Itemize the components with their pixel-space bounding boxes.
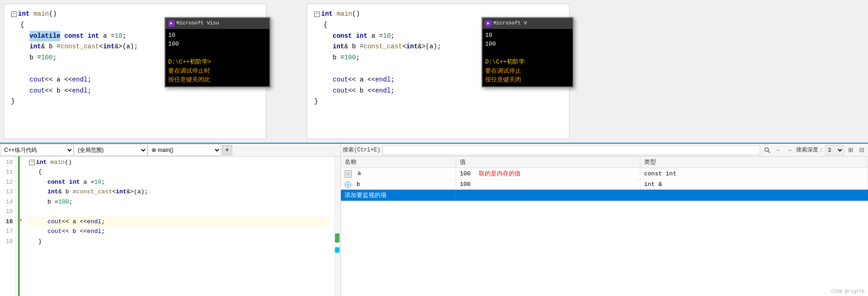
console-title-right: Microsoft V — [493, 19, 527, 28]
code-ln-10: − int main() — [29, 157, 330, 167]
ln-18: 18 — [0, 237, 13, 246]
console-titlebar-left: ▶ Microsoft Visu — [165, 18, 270, 29]
right-console-line-5: 要在调试停止 — [485, 67, 570, 76]
line-numbers: 10 11 12 13 14 15 16 17 18 — [0, 157, 16, 296]
ln-11: 11 — [0, 167, 13, 177]
watch-cell-add-type — [640, 194, 868, 197]
ln-15: 15 — [0, 207, 13, 216]
code-ln-17: cout << b << endl ; — [29, 226, 330, 236]
search-input[interactable] — [382, 145, 760, 155]
depth-select[interactable]: 3 — [826, 145, 844, 155]
right-line-9: } — [314, 96, 562, 107]
right-code-panel: − int main() { const int a = 10 ; int& b… — [307, 4, 569, 139]
search-icon-button[interactable] — [762, 145, 772, 155]
pin-icon: ⊞ — [848, 146, 853, 153]
console-line-3 — [168, 49, 267, 58]
editor-toolbar: C++练习代码 (全局范围) ⊕ main() + — [0, 144, 340, 157]
code-area[interactable]: − int main() { const int a = 10 ; int& b — [25, 157, 334, 296]
code-ln-12: const int a = 10 ; — [29, 177, 330, 187]
bottom-section: C++练习代码 (全局范围) ⊕ main() + 10 11 12 13 14… — [0, 143, 868, 296]
watch-cell-add: 添加要监视的项 — [341, 190, 456, 201]
console-line-4: D:\C++初阶学> — [168, 58, 267, 67]
watch-cell-name-b: ◇ b — [341, 180, 456, 189]
watermark: CSDN @rygttm — [831, 289, 864, 294]
watch-row-b[interactable]: ◇ b 100 int & — [341, 180, 868, 190]
ln-16: 16 — [0, 217, 13, 226]
watch-row-add[interactable]: 添加要监视的项 — [341, 190, 868, 201]
ln-13: 13 — [0, 187, 13, 197]
collapse-icon-left[interactable]: − — [11, 12, 17, 17]
code-ln-13: int& b = const_cast<int&>(a); — [29, 187, 330, 197]
editor-scrollbar-thumb2[interactable] — [335, 247, 340, 253]
svg-line-1 — [768, 151, 770, 153]
watch-cell-type-a: const int — [640, 169, 868, 179]
console-line-2: 100 — [168, 40, 267, 49]
col-header-value: 值 — [456, 157, 640, 168]
right-console-line-2: 100 — [485, 40, 570, 49]
console-line-1: 10 — [168, 31, 267, 40]
annotation-a: 取的是内存的值 — [479, 170, 521, 177]
console-body-left: 10 100 D:\C++初阶学> 要在调试停止时 按任意键关闭此 — [165, 29, 270, 87]
console-popup-left: ▶ Microsoft Visu 10 100 D:\C++初阶学> 要在调试停… — [164, 17, 270, 87]
plus-button[interactable]: + — [222, 145, 232, 155]
watch-cell-type-b: int & — [640, 180, 868, 189]
var-icon-a: □ — [345, 170, 352, 178]
scope-dropdown[interactable]: (全局范围) — [74, 144, 147, 156]
watch-header: 名称 值 类型 — [341, 157, 868, 168]
ms-icon-right: ▶ — [485, 20, 492, 27]
svg-point-0 — [765, 148, 768, 151]
code-ln-18: } — [29, 237, 330, 246]
code-gutter: ➤ — [16, 157, 25, 296]
debug-panel: 搜索(Ctrl+E) ← → 搜索深度： 3 ⊞ ⊟ — [341, 144, 868, 296]
console-popup-right: ▶ Microsoft V 10 100 D:\C++初阶学 要在调试停止 按任… — [481, 17, 574, 87]
watch-cell-name-a: □ a — [341, 168, 456, 179]
depth-label: 搜索深度： — [796, 146, 824, 154]
file-dropdown[interactable]: C++练习代码 — [0, 144, 74, 156]
left-code-panel: − int main() { volatile const int a = 10… — [4, 4, 266, 139]
watch-cell-value-a: 100 取的是内存的值 — [456, 168, 640, 179]
top-section: − int main() { volatile const int a = 10… — [0, 0, 868, 143]
line-9: } — [11, 96, 259, 107]
debug-arrow: ➤ — [16, 216, 25, 226]
ln-14: 14 — [0, 197, 13, 207]
watch-row-a[interactable]: □ a 100 取的是内存的值 const int — [341, 168, 868, 180]
console-line-6: 按任意键关闭此 — [168, 75, 267, 85]
console-body-right: 10 100 D:\C++初阶学 要在调试停止 按任意键关闭 — [482, 29, 573, 87]
col-header-type: 类型 — [640, 157, 868, 168]
console-titlebar-right: ▶ Microsoft V — [482, 18, 573, 29]
collapse-icon-right[interactable]: − — [314, 12, 320, 17]
search-icon — [764, 147, 770, 153]
ln-10: 10 — [0, 157, 13, 167]
back-btn[interactable]: ← — [774, 145, 783, 155]
console-line-5: 要在调试停止时 — [168, 67, 267, 76]
search-toolbar: 搜索(Ctrl+E) ← → 搜索深度： 3 ⊞ ⊟ — [341, 144, 868, 157]
green-bar — [18, 157, 20, 296]
watch-cell-add-val — [456, 194, 640, 197]
console-title-left: Microsoft Visu — [176, 19, 219, 28]
pin-icon-btn[interactable]: ⊞ — [846, 145, 855, 155]
col-header-name: 名称 — [341, 157, 456, 168]
code-ln-14: b = 100; — [29, 197, 330, 207]
code-ln-11: { — [29, 167, 330, 177]
expand-icon: ⊟ — [859, 146, 864, 153]
editor-panel: C++练习代码 (全局范围) ⊕ main() + 10 11 12 13 14… — [0, 144, 341, 296]
editor-scrollbar[interactable] — [334, 157, 340, 296]
code-ln-15 — [29, 207, 330, 216]
right-console-line-4: D:\C++初阶学 — [485, 58, 570, 67]
right-console-line-1: 10 — [485, 31, 570, 40]
forward-btn[interactable]: → — [785, 145, 794, 155]
var-icon-b: ◇ — [345, 181, 351, 188]
ln-17: 17 — [0, 226, 13, 236]
ms-icon-left: ▶ — [168, 20, 175, 27]
right-console-line-6: 按任意键关闭 — [485, 75, 570, 85]
editor-content: 10 11 12 13 14 15 16 17 18 ➤ — [0, 157, 340, 296]
code-ln-16: cout << a << endl ; — [29, 217, 330, 226]
expand-icon-btn[interactable]: ⊟ — [857, 145, 866, 155]
search-label: 搜索(Ctrl+E) — [343, 146, 381, 154]
watch-table: 名称 值 类型 □ a 100 取的是内存的值 const int ◇ — [341, 157, 868, 296]
right-console-line-3 — [485, 49, 570, 58]
editor-scrollbar-thumb[interactable] — [335, 233, 340, 243]
watch-cell-value-b: 100 — [456, 180, 640, 189]
ln-12: 12 — [0, 177, 13, 187]
func-dropdown[interactable]: ⊕ main() — [147, 144, 221, 156]
